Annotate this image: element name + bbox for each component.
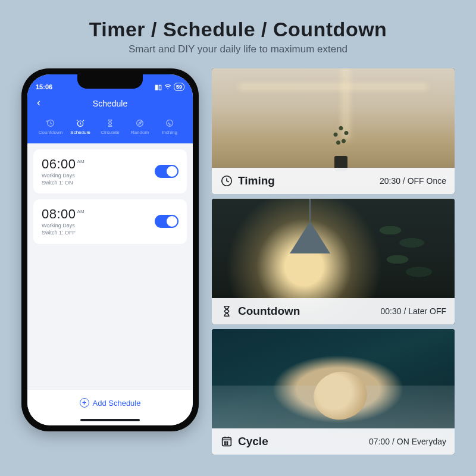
- schedule-ampm: AM: [77, 159, 84, 164]
- page-subtitle: Smart and DIY your daily life to maximum…: [21, 43, 455, 55]
- tab-inching[interactable]: Inching: [155, 118, 184, 137]
- svg-point-9: [224, 444, 226, 445]
- tab-random[interactable]: Random: [125, 118, 155, 137]
- svg-point-10: [227, 444, 228, 445]
- schedule-toggle[interactable]: [155, 215, 178, 228]
- schedule-action: Switch 1: ON: [42, 179, 84, 186]
- tab-countdown[interactable]: Countdown: [36, 118, 65, 137]
- panel-value: 07:00 / ON Everyday: [369, 437, 446, 446]
- pulse-icon: [165, 118, 174, 128]
- panel-countdown: Countdown 00:30 / Later OFF: [212, 199, 455, 324]
- phone-screen: 15:06 ▮▯ 59 ‹ Schedule Countdown: [27, 74, 193, 425]
- content-row: 15:06 ▮▯ 59 ‹ Schedule Countdown: [21, 68, 455, 455]
- clock-icon: [220, 174, 233, 187]
- schedule-ampm: AM: [77, 209, 84, 214]
- screen-title: Schedule: [93, 99, 127, 108]
- panel-label-bar: Timing 20:30 / OFF Once: [212, 168, 455, 194]
- svg-point-8: [227, 441, 228, 443]
- tab-label: Circulate: [101, 130, 120, 135]
- panel-title: Cycle: [238, 435, 268, 448]
- schedule-card[interactable]: 08:00 AM Working Days Switch 1: OFF: [33, 199, 187, 243]
- tab-label: Countdown: [39, 130, 62, 135]
- page-title: Timer / Schedule / Countdown: [21, 18, 455, 41]
- feature-panels: Timing 20:30 / OFF Once Countdown 00:30 …: [212, 68, 455, 455]
- tab-schedule[interactable]: Schedule: [65, 118, 95, 137]
- schedule-time: 08:00: [42, 206, 76, 222]
- schedule-time: 06:00: [42, 156, 76, 172]
- panel-title: Countdown: [238, 305, 300, 318]
- compass-icon: [135, 118, 145, 128]
- app-body: 06:00 AM Working Days Switch 1: ON 08:00…: [27, 143, 193, 389]
- panel-value: 20:30 / OFF Once: [380, 176, 446, 186]
- title-bar: ‹ Schedule: [36, 95, 184, 112]
- schedule-action: Switch 1: OFF: [42, 229, 84, 236]
- tab-label: Schedule: [70, 130, 90, 135]
- wifi-icon: [164, 84, 171, 90]
- schedule-days: Working Days: [42, 222, 84, 229]
- phone-notch: [77, 74, 143, 89]
- status-icons: ▮▯ 59: [155, 83, 184, 91]
- panel-value: 00:30 / Later OFF: [381, 306, 447, 316]
- add-schedule-button[interactable]: + Add Schedule: [27, 389, 193, 415]
- hourglass-icon: [220, 305, 233, 318]
- schedule-card[interactable]: 06:00 AM Working Days Switch 1: ON: [33, 149, 187, 193]
- clock-back-icon: [46, 118, 55, 128]
- home-indicator: [27, 415, 193, 425]
- svg-point-0: [167, 88, 168, 89]
- panel-label-bar: Cycle 07:00 / ON Everyday: [212, 428, 455, 455]
- tab-label: Inching: [162, 130, 177, 135]
- panel-cycle: Cycle 07:00 / ON Everyday: [212, 329, 455, 455]
- alarm-icon: [76, 118, 85, 128]
- hourglass-icon: [105, 118, 115, 128]
- calendar-icon: [220, 435, 233, 448]
- schedule-toggle[interactable]: [155, 165, 178, 178]
- schedule-days: Working Days: [42, 172, 84, 179]
- tab-circulate[interactable]: Circulate: [95, 118, 125, 137]
- plus-icon: +: [80, 398, 89, 408]
- status-time: 15:06: [36, 83, 52, 90]
- panel-label-bar: Countdown 00:30 / Later OFF: [212, 298, 455, 324]
- tab-label: Random: [131, 130, 149, 135]
- signal-icon: ▮▯: [155, 83, 162, 91]
- panel-timing: Timing 20:30 / OFF Once: [212, 68, 455, 194]
- panel-title: Timing: [238, 174, 275, 187]
- back-button[interactable]: ‹: [37, 97, 40, 108]
- phone-frame: 15:06 ▮▯ 59 ‹ Schedule Countdown: [21, 68, 199, 431]
- mode-tabs: Countdown Schedule Circulate Random: [36, 118, 184, 137]
- add-schedule-label: Add Schedule: [93, 399, 141, 408]
- svg-point-7: [224, 441, 226, 443]
- battery-badge: 59: [174, 83, 184, 91]
